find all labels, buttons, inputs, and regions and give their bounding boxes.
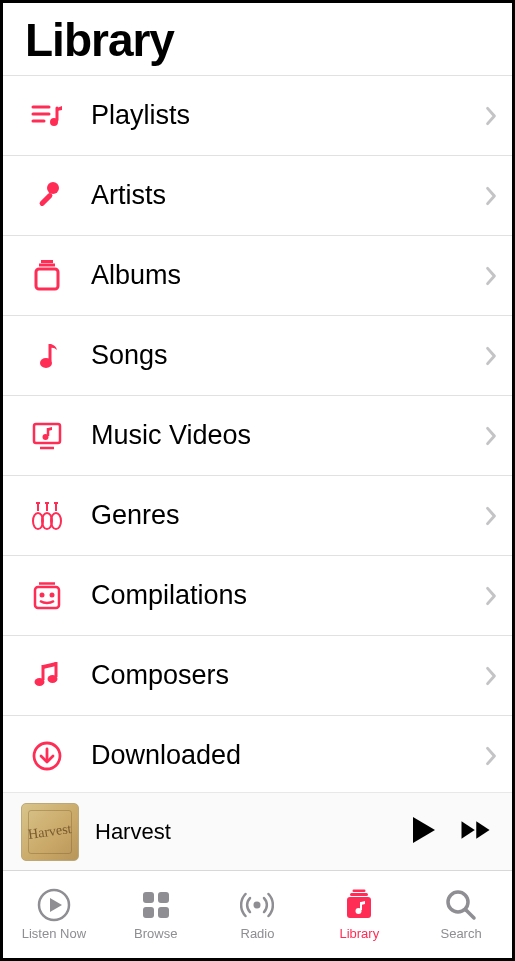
now-playing-bar[interactable]: Harvest Harvest <box>3 792 512 870</box>
compilations-icon <box>25 574 69 618</box>
chevron-right-icon <box>484 345 498 367</box>
double-note-icon <box>25 654 69 698</box>
library-item-music-videos[interactable]: Music Videos <box>3 396 512 476</box>
svg-marker-26 <box>476 821 489 839</box>
library-item-downloaded[interactable]: Downloaded <box>3 716 512 792</box>
albums-icon <box>25 254 69 298</box>
playlists-icon <box>25 94 69 138</box>
tab-listen-now[interactable]: Listen Now <box>3 871 105 958</box>
library-item-albums[interactable]: Albums <box>3 236 512 316</box>
tab-library[interactable]: Library <box>308 871 410 958</box>
svg-point-33 <box>254 902 261 909</box>
svg-marker-24 <box>413 817 435 843</box>
tab-label: Browse <box>134 926 177 941</box>
library-item-playlists[interactable]: Playlists <box>3 76 512 156</box>
svg-rect-36 <box>353 890 366 893</box>
album-artwork: Harvest <box>21 803 79 861</box>
page-title: Library <box>25 13 492 67</box>
music-note-icon <box>25 334 69 378</box>
chevron-right-icon <box>484 265 498 287</box>
tab-search[interactable]: Search <box>410 871 512 958</box>
svg-point-3 <box>50 118 58 126</box>
svg-rect-16 <box>35 587 59 608</box>
now-playing-title: Harvest <box>95 819 406 845</box>
list-item-label: Artists <box>91 180 484 211</box>
tab-browse[interactable]: Browse <box>105 871 207 958</box>
svg-rect-34 <box>347 897 371 918</box>
svg-marker-28 <box>50 898 62 912</box>
microphone-icon <box>25 174 69 218</box>
svg-line-39 <box>466 910 474 918</box>
svg-rect-29 <box>143 892 154 903</box>
list-item-label: Composers <box>91 660 484 691</box>
chevron-right-icon <box>484 185 498 207</box>
svg-rect-30 <box>158 892 169 903</box>
svg-point-20 <box>35 678 45 686</box>
svg-point-21 <box>48 675 58 683</box>
svg-rect-35 <box>350 893 368 896</box>
svg-point-18 <box>40 592 45 597</box>
guitars-icon <box>25 494 69 538</box>
library-item-composers[interactable]: Composers <box>3 636 512 716</box>
list-item-label: Songs <box>91 340 484 371</box>
svg-rect-32 <box>158 907 169 918</box>
tab-bar: Listen Now Browse Radio Library Search <box>3 870 512 958</box>
svg-rect-31 <box>143 907 154 918</box>
svg-rect-5 <box>39 192 54 207</box>
tab-label: Radio <box>241 926 275 941</box>
library-item-genres[interactable]: Genres <box>3 476 512 556</box>
list-item-label: Downloaded <box>91 740 484 771</box>
library-list: Playlists Artists Albums Songs Music Vid… <box>3 75 512 792</box>
library-item-compilations[interactable]: Compilations <box>3 556 512 636</box>
list-item-label: Music Videos <box>91 420 484 451</box>
svg-point-19 <box>50 592 55 597</box>
chevron-right-icon <box>484 745 498 767</box>
music-video-icon <box>25 414 69 458</box>
svg-point-12 <box>43 434 49 440</box>
tab-label: Library <box>339 926 379 941</box>
library-item-songs[interactable]: Songs <box>3 316 512 396</box>
tab-radio[interactable]: Radio <box>207 871 309 958</box>
list-item-label: Genres <box>91 500 484 531</box>
svg-rect-6 <box>36 269 58 289</box>
svg-point-37 <box>356 908 362 914</box>
chevron-right-icon <box>484 505 498 527</box>
tab-label: Search <box>440 926 481 941</box>
svg-point-4 <box>47 182 59 194</box>
list-item-label: Playlists <box>91 100 484 131</box>
chevron-right-icon <box>484 425 498 447</box>
chevron-right-icon <box>484 585 498 607</box>
play-button[interactable] <box>406 813 440 851</box>
chevron-right-icon <box>484 105 498 127</box>
svg-point-9 <box>40 358 52 368</box>
library-item-artists[interactable]: Artists <box>3 156 512 236</box>
chevron-right-icon <box>484 665 498 687</box>
tab-label: Listen Now <box>22 926 86 941</box>
header: Library <box>3 3 512 75</box>
forward-button[interactable] <box>460 813 494 851</box>
download-icon <box>25 734 69 778</box>
svg-marker-25 <box>461 821 474 839</box>
list-item-label: Albums <box>91 260 484 291</box>
list-item-label: Compilations <box>91 580 484 611</box>
